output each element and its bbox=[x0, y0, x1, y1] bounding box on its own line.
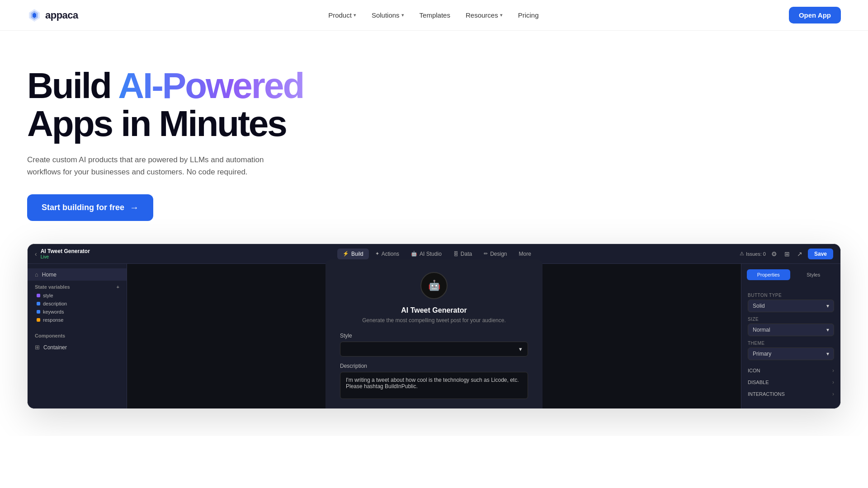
description-label: Description bbox=[340, 363, 528, 369]
app-topbar-right: ⚠ Issues: 0 ⚙ ⊞ ↗ Save bbox=[740, 249, 833, 259]
layout-icon[interactable]: ⊞ bbox=[783, 249, 792, 259]
visit-icon[interactable]: ↗ bbox=[795, 249, 804, 259]
chevron-right-icon: › bbox=[832, 379, 834, 385]
tweet-card: 🤖 AI Tweet Generator Generate the most c… bbox=[326, 259, 542, 409]
start-building-button[interactable]: Start building for free → bbox=[27, 194, 153, 221]
chevron-down-icon: ▾ bbox=[826, 327, 829, 333]
issues-count: ⚠ Issues: 0 bbox=[740, 251, 766, 257]
arrow-icon: → bbox=[130, 202, 139, 213]
add-var-icon[interactable]: + bbox=[117, 284, 119, 290]
nav-resources[interactable]: Resources ▾ bbox=[459, 8, 509, 23]
chevron-down-icon: ▾ bbox=[401, 12, 404, 18]
ai-studio-icon: 🤖 bbox=[411, 251, 417, 257]
var-keywords[interactable]: keywords bbox=[28, 308, 127, 316]
var-description[interactable]: description bbox=[28, 300, 127, 308]
save-button[interactable]: Save bbox=[808, 249, 833, 259]
var-dot bbox=[37, 310, 40, 314]
components-label: Components bbox=[28, 324, 127, 341]
nav-templates[interactable]: Templates bbox=[413, 8, 457, 23]
var-response[interactable]: response bbox=[28, 316, 127, 324]
app-center-panel: 🤖 AI Tweet Generator Generate the most c… bbox=[127, 264, 741, 408]
hero-subtitle: Create custom AI products that are power… bbox=[27, 154, 298, 178]
nav-solutions[interactable]: Solutions ▾ bbox=[365, 8, 410, 23]
tab-actions[interactable]: ✦ Actions bbox=[370, 249, 405, 259]
description-textarea[interactable] bbox=[340, 372, 528, 399]
tab-ai-studio[interactable]: 🤖 AI Studio bbox=[406, 249, 447, 259]
button-type-section: Button type Solid ▾ Size Normal ▾ Theme … bbox=[741, 286, 840, 365]
size-select[interactable]: Normal ▾ bbox=[748, 324, 834, 336]
app-left-panel: ⌂ Home State variables + style descripti… bbox=[28, 264, 127, 408]
button-type-select[interactable]: Solid ▾ bbox=[748, 300, 834, 312]
hero-section: Build AI-Powered Apps in Minutes Create … bbox=[0, 31, 868, 244]
chevron-down-icon: ▾ bbox=[826, 303, 829, 309]
design-icon: ✏ bbox=[484, 251, 488, 257]
tweet-logo-circle: 🤖 bbox=[420, 272, 448, 299]
tab-styles[interactable]: Styles bbox=[792, 269, 835, 280]
var-style[interactable]: style bbox=[28, 291, 127, 300]
size-label: Size bbox=[748, 317, 834, 322]
settings-icon[interactable]: ⚙ bbox=[769, 249, 779, 259]
app-right-panel: Properties Styles Button type Solid ▾ Si… bbox=[741, 264, 840, 408]
chevron-right-icon: › bbox=[832, 391, 834, 397]
chevron-down-icon: ▾ bbox=[500, 12, 503, 18]
back-icon[interactable]: ‹ bbox=[35, 250, 37, 258]
logo-text: appaca bbox=[45, 9, 78, 21]
var-dot bbox=[37, 302, 40, 305]
app-topbar-center: ⚡ Build ✦ Actions 🤖 AI Studio 🗄 Data ✏ bbox=[137, 249, 737, 259]
theme-select[interactable]: Primary ▾ bbox=[748, 347, 834, 360]
app-body: ⌂ Home State variables + style descripti… bbox=[28, 264, 840, 408]
interactions-row[interactable]: INTERACTIONS › bbox=[741, 388, 840, 400]
app-live-badge: Live bbox=[41, 254, 90, 259]
state-vars-header: State variables + bbox=[28, 281, 127, 291]
style-label: Style bbox=[340, 333, 528, 339]
button-type-label: Button type bbox=[748, 293, 834, 298]
tweet-card-subtitle: Generate the most compelling tweet post … bbox=[340, 317, 528, 324]
tweet-card-title: AI Tweet Generator bbox=[340, 306, 528, 314]
app-preview-wrapper: ‹ AI Tweet Generator Live ⚡ Build ✦ Acti… bbox=[0, 244, 868, 436]
chevron-down-icon: ▾ bbox=[519, 346, 522, 352]
chevron-down-icon: ▾ bbox=[826, 351, 829, 357]
container-icon: ⊞ bbox=[35, 344, 40, 351]
chevron-right-icon: › bbox=[832, 367, 834, 374]
chevron-down-icon: ▾ bbox=[354, 12, 356, 18]
tweet-logo: 🤖 bbox=[340, 272, 528, 299]
build-icon: ⚡ bbox=[343, 251, 349, 257]
tab-data[interactable]: 🗄 Data bbox=[448, 249, 477, 259]
right-panel-tabs: Properties Styles bbox=[741, 269, 840, 280]
var-dot bbox=[37, 294, 40, 297]
nav-pricing[interactable]: Pricing bbox=[512, 8, 545, 23]
nav-links: Product ▾ Solutions ▾ Templates Resource… bbox=[322, 8, 545, 23]
tab-properties[interactable]: Properties bbox=[747, 269, 790, 280]
nav-product[interactable]: Product ▾ bbox=[322, 8, 363, 23]
app-preview: ‹ AI Tweet Generator Live ⚡ Build ✦ Acti… bbox=[27, 244, 841, 409]
disable-row[interactable]: DISABLE › bbox=[741, 376, 840, 388]
logo[interactable]: appaca bbox=[27, 8, 78, 23]
sidebar-item-home[interactable]: ⌂ Home bbox=[28, 268, 127, 281]
navbar: appaca Product ▾ Solutions ▾ Templates R… bbox=[0, 0, 868, 31]
icon-row[interactable]: ICON › bbox=[741, 365, 840, 376]
data-icon: 🗄 bbox=[453, 251, 458, 257]
tab-more[interactable]: More bbox=[514, 249, 537, 259]
app-title-section: AI Tweet Generator Live bbox=[41, 248, 90, 259]
var-dot bbox=[37, 318, 40, 322]
hero-title: Build AI-Powered Apps in Minutes bbox=[27, 67, 380, 143]
warning-icon: ⚠ bbox=[740, 251, 744, 257]
actions-icon: ✦ bbox=[375, 251, 379, 257]
theme-label: Theme bbox=[748, 341, 834, 346]
app-topbar-left: ‹ AI Tweet Generator Live bbox=[35, 248, 134, 259]
home-icon: ⌂ bbox=[35, 271, 38, 278]
app-title: AI Tweet Generator bbox=[41, 248, 90, 254]
open-app-button[interactable]: Open App bbox=[789, 7, 841, 23]
style-select[interactable]: ▾ bbox=[340, 342, 528, 357]
tab-design[interactable]: ✏ Design bbox=[478, 249, 512, 259]
sidebar-item-container[interactable]: ⊞ Container bbox=[28, 341, 127, 353]
tab-build[interactable]: ⚡ Build bbox=[337, 249, 369, 259]
